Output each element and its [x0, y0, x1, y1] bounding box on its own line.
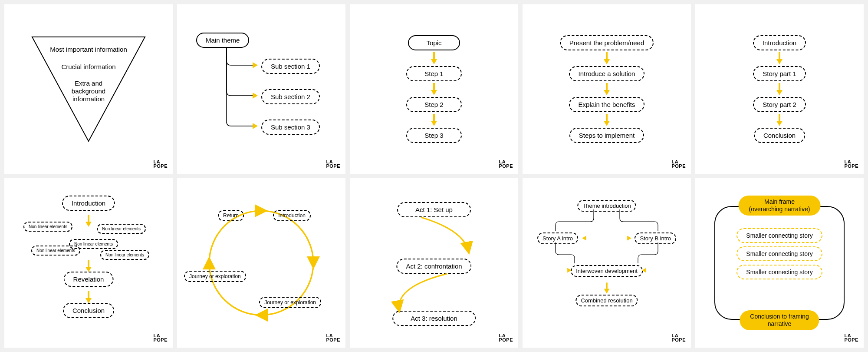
nl-2: Non linear elements: [97, 224, 146, 234]
card-framing-narrative: Main frame (overarching narrative) Small…: [695, 178, 864, 348]
arrow-down-icon: [431, 90, 437, 95]
frame-l1: Main frame: [764, 198, 795, 205]
step-pill-1: Step 1: [406, 66, 461, 81]
watermark: LAPOPE: [844, 160, 858, 169]
arrow-right-icon: [627, 236, 631, 240]
arrow-down-icon: [776, 90, 783, 95]
revelation-pill: Revelation: [64, 272, 114, 287]
story-pill-1: Smaller connecting story: [736, 228, 822, 243]
watermark: LAPOPE: [153, 334, 168, 342]
watermark: LAPOPE: [326, 160, 340, 169]
circle-node-return: Return: [218, 210, 244, 221]
card-main-theme: Main theme Sub section 1 Sub section 2 S…: [177, 4, 345, 174]
split-lines: [533, 209, 681, 236]
watermark: LAPOPE: [499, 334, 513, 342]
card-nonlinear: Introduction Non linear elements Non lin…: [4, 178, 173, 348]
diagram-grid: Most important information Crucial infor…: [0, 0, 868, 352]
main-frame-pill: Main frame (overarching narrative): [739, 196, 821, 216]
watermark: LAPOPE: [671, 334, 686, 342]
circle-node-intro: Introduction: [273, 210, 311, 221]
conclusion-frame-pill: Conclusion to framing narrative: [740, 310, 819, 330]
conclusion-pill: Conclusion: [63, 303, 114, 318]
prob-pill-4: Steps to implement: [569, 128, 644, 143]
sub-pill-3: Sub section 3: [261, 120, 320, 135]
nl-1: Non linear elements: [23, 222, 72, 232]
interwoven-pill: Interwoven development: [571, 265, 643, 277]
card-story-structure: Introduction Story part 1 Story part 2 C…: [695, 4, 864, 174]
arrow-right-icon: [253, 62, 258, 68]
watermark: LAPOPE: [671, 160, 686, 169]
conc-l1: Conclusion to framing: [750, 313, 809, 320]
story-pill-3: Story part 2: [753, 97, 806, 112]
arrow-down-icon: [604, 59, 610, 64]
main-theme-pill: Main theme: [196, 33, 249, 48]
arrow-down-icon: [431, 59, 437, 64]
story-pill-2: Smaller connecting story: [736, 246, 822, 261]
arrow-left-icon: [582, 236, 586, 240]
act-2-pill: Act 2: confrontation: [396, 259, 471, 274]
arrow-down-icon: [85, 222, 92, 227]
frame-l2: (overarching narrative): [749, 206, 810, 213]
story-pill-3: Smaller connecting story: [736, 265, 822, 279]
card-circular-journey: Introduction Journey or exploration Jour…: [177, 178, 345, 348]
arrow-down-icon: [604, 289, 610, 294]
nl-5: Non linear elements: [100, 250, 149, 260]
prob-pill-2: Introduce a solution: [569, 66, 645, 81]
prob-pill-1: Present the problem/need: [560, 35, 654, 50]
arrow-right-icon: [253, 93, 258, 99]
step-pill-2: Step 2: [406, 97, 461, 112]
nl-4: Non linear elements: [31, 246, 80, 256]
card-topic-steps: Topic Step 1 Step 2 Step 3 LAPOPE: [350, 4, 518, 174]
story-pill-4: Conclusion: [754, 128, 805, 143]
tri-line-2: Crucial information: [28, 63, 149, 70]
sub-pill-2: Sub section 2: [261, 89, 320, 104]
story-pill-1: Introduction: [753, 35, 806, 50]
arrow-down-icon: [604, 121, 610, 126]
circle-node-journey-2: Journey or exploration: [184, 271, 246, 282]
tri-line-1: Most important information: [28, 46, 149, 53]
act-arrow-1: [386, 217, 490, 261]
circle-node-journey-1: Journey or exploration: [259, 297, 321, 308]
arrow-down-icon: [431, 121, 437, 126]
step-pill-3: Step 3: [406, 128, 461, 143]
arrow-right-icon: [253, 123, 258, 129]
watermark: LAPOPE: [844, 334, 858, 342]
story-pill-2: Story part 1: [753, 66, 806, 81]
conc-l2: narrative: [768, 320, 791, 327]
watermark: LAPOPE: [153, 160, 168, 169]
topic-pill: Topic: [408, 35, 460, 50]
card-problem-solution: Present the problem/need Introduce a sol…: [523, 4, 691, 174]
card-inverted-pyramid: Most important information Crucial infor…: [4, 4, 173, 174]
tri-line-3: Extra and: [28, 80, 149, 87]
card-interwoven: Theme introduction Story A intro Story B…: [523, 178, 691, 348]
prob-pill-3: Explain the benefits: [569, 97, 645, 112]
arrow-down-icon: [776, 121, 783, 126]
resolution-pill: Combined resolution: [575, 295, 638, 306]
arrow-down-icon: [776, 59, 783, 64]
intro-pill: Introduction: [62, 196, 115, 211]
sub-pill-1: Sub section 1: [261, 59, 320, 74]
watermark: LAPOPE: [326, 334, 340, 342]
act-3-pill: Act 3: resolution: [392, 311, 476, 326]
tri-line-4: background: [28, 87, 149, 95]
merge-lines: [533, 242, 681, 269]
card-three-acts: Act 1: Set up Act 2: confrontation Act 3…: [350, 178, 518, 348]
tri-line-5: information: [28, 95, 149, 103]
act-1-pill: Act 1: Set up: [397, 202, 471, 217]
arrow-down-icon: [604, 90, 610, 95]
watermark: LAPOPE: [499, 160, 513, 169]
branch-lines: [222, 48, 261, 135]
